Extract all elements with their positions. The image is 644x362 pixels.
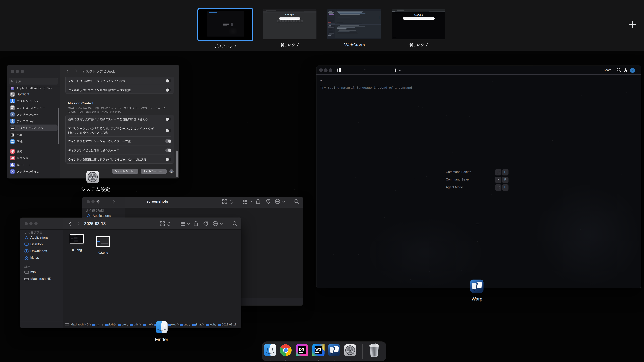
svg-text:WS: WS — [315, 347, 321, 352]
svg-text:DG: DG — [299, 347, 304, 352]
